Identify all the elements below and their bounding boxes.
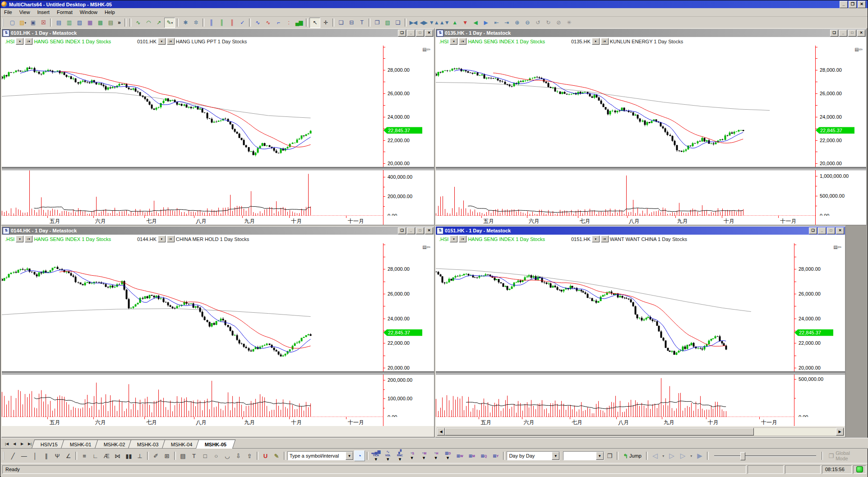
minimize-window-button[interactable]: _ [407, 227, 415, 234]
scrollbar-track[interactable] [754, 428, 836, 435]
volume-axis[interactable]: 400,000.00200,000.000.00 [383, 170, 434, 216]
symbol-dropdown-button[interactable]: ▼ [592, 38, 600, 45]
symbol-dropdown-button[interactable]: ▼ [450, 38, 457, 45]
tab-mshk-05[interactable]: MSHK-05 [195, 440, 235, 449]
chart-window-titlebar[interactable]: ⇅0101.HK - 1 Day - Metastock❏_□✕ [2, 29, 434, 37]
realtime-clock-icon[interactable]: ◔ [354, 450, 365, 461]
dropdown-arrow-icon[interactable]: ▾ [423, 455, 425, 460]
global-mode-button[interactable]: ❐Global Mode [825, 450, 867, 461]
menu-help[interactable]: Help [101, 9, 119, 16]
chart-window-titlebar[interactable]: ⇅0151.HK - 1 Day - Metastock❏_□✕ [436, 227, 845, 235]
close-window-button[interactable]: ✕ [836, 227, 844, 234]
data-window-icon[interactable]: ❑ [393, 18, 403, 28]
volume-axis[interactable]: 1,000,000.00500,000.000.00 [815, 170, 866, 216]
playback-date-combo[interactable]: ▼ [563, 451, 604, 460]
trendline-tool-icon[interactable]: ╱ [8, 450, 18, 461]
menu-window[interactable]: Window [76, 9, 101, 16]
close-window-button[interactable]: ✕ [857, 30, 865, 37]
close-button[interactable]: ✕ [858, 1, 866, 8]
interval-dropdown-button[interactable]: I▼ [459, 38, 466, 45]
minimize-window-button[interactable]: _ [407, 30, 415, 37]
dropdown-arrow-icon[interactable]: ▾ [447, 455, 449, 460]
price-axis[interactable]: ▤⇦28,000.0026,000.0024,000.0022,000.0020… [815, 46, 866, 167]
price-axis[interactable]: ▤⇦28,000.0026,000.0024,000.0022,000.0020… [383, 243, 434, 371]
scrollbar-thumb[interactable] [445, 428, 754, 435]
slider-thumb[interactable] [740, 452, 745, 460]
line-plot-icon[interactable]: ∿ [253, 18, 263, 28]
scroll-up-icon[interactable]: ▲ [450, 18, 460, 28]
crosshair-icon[interactable]: ✛ [321, 18, 331, 28]
price-axis[interactable]: ▤⇦28,000.0026,000.0024,000.0022,000.0020… [794, 243, 845, 371]
dropdown-arrow-icon[interactable]: ▾ [387, 457, 389, 462]
insert-signal-icon[interactable]: ▩ [95, 18, 105, 28]
symbol-dropdown-button[interactable]: ▼ [16, 38, 23, 45]
dropdown-arrow-icon[interactable]: ▾ [375, 457, 378, 462]
price-plot-area[interactable] [2, 46, 383, 167]
play-button[interactable]: ▷ [666, 450, 677, 461]
dropdown-arrow-icon[interactable]: ▾ [411, 455, 413, 460]
volume-plot-area[interactable] [2, 375, 383, 417]
save-icon[interactable]: ▣ [28, 18, 38, 28]
seek-start-button[interactable]: ◁ [650, 450, 660, 461]
minimize-button[interactable]: _ [840, 1, 848, 8]
fib-fan-tool-icon[interactable]: ∟ [90, 450, 101, 461]
apply-style-icon[interactable]: ✓ [237, 18, 247, 28]
popout-window-button[interactable]: ❏ [809, 227, 817, 234]
magnet-mode-icon[interactable]: U [260, 450, 271, 461]
chart-image-icon[interactable]: ▧ [383, 18, 392, 28]
study-properties-icon[interactable]: ✱ [180, 18, 190, 28]
annotation-tool-icon[interactable]: Æ [101, 450, 112, 461]
playback-mode-combo[interactable]: Day by Day▼ [507, 451, 560, 460]
zoom-out-icon[interactable]: ⊖ [522, 18, 532, 28]
format-study-list-icon[interactable]: ▤ [106, 18, 115, 28]
close-window-button[interactable]: ✕ [425, 227, 433, 234]
symbol-dropdown-button[interactable]: ▼ [158, 236, 166, 242]
scroll-right-button[interactable]: ▶ [836, 428, 844, 435]
window-properties-icon[interactable]: ✲ [191, 18, 201, 28]
insert-arrow-icon[interactable]: ↗ [154, 18, 164, 28]
insert-chart-window-icon[interactable]: ▤ [54, 18, 64, 28]
menu-insert[interactable]: Insert [33, 9, 53, 16]
symbol-dropdown-button[interactable]: ▼ [158, 38, 166, 45]
interval-dropdown-button[interactable]: I▼ [601, 38, 609, 45]
scroll-left-icon[interactable]: ◀ [471, 18, 480, 28]
fib-retracement-tool-icon[interactable]: ≡ [79, 450, 90, 461]
quarter-resolution-icon[interactable]: ▦Q [478, 450, 489, 461]
pointer-icon[interactable]: ↖ [309, 18, 320, 28]
minimize-window-button[interactable]: _ [839, 30, 847, 37]
minutes-resolution-icon[interactable]: ◔M▾ [418, 450, 430, 461]
compress-bars-icon[interactable]: ▶◀ [408, 18, 418, 28]
text-pane-icon[interactable]: ❏ [336, 18, 346, 28]
expand-scale-icon[interactable]: ▲▼ [439, 18, 449, 28]
combo-dropdown-icon[interactable]: ▼ [346, 452, 353, 460]
range-resolution-icon[interactable]: ▞RNC▾ [394, 450, 406, 461]
volume-plot-area[interactable] [436, 170, 815, 216]
volume-plot-area[interactable] [436, 375, 794, 417]
interval-dropdown-button[interactable]: I▼ [459, 236, 466, 242]
volume-resolution-icon[interactable]: ∿VOL▾ [382, 450, 394, 461]
arc-tool-icon[interactable]: ◡ [222, 450, 233, 461]
interval-dropdown-button[interactable]: I▼ [167, 38, 175, 45]
arrow-down-tool-icon[interactable]: ⇩ [233, 450, 244, 461]
popout-window-button[interactable]: ❏ [398, 30, 406, 37]
symbol-dropdown-button[interactable]: ▼ [450, 236, 457, 242]
undo-zoom-icon[interactable]: ↺ [533, 18, 543, 28]
step-dd[interactable]: ▾ [688, 450, 694, 461]
insert-trendline-icon[interactable]: ∿ [133, 18, 143, 28]
seconds-resolution-icon[interactable]: ◔S▾ [406, 450, 418, 461]
ellipse-tool-icon[interactable]: ○ [211, 450, 222, 461]
popout-window-button[interactable]: ❏ [830, 30, 838, 37]
hours-resolution-icon[interactable]: ◔H▾ [430, 450, 442, 461]
minimize-window-button[interactable]: _ [818, 227, 826, 234]
scroll-down-icon[interactable]: ▼ [460, 18, 470, 28]
drawing-lock-icon[interactable]: ✎ [271, 450, 282, 461]
dropdown-arrow-icon[interactable]: ▾ [399, 457, 402, 462]
maximize-window-button[interactable]: □ [416, 30, 424, 37]
open-icon[interactable]: ▨▾ [18, 18, 28, 28]
dot-plot-icon[interactable]: : [284, 18, 294, 28]
zoom-in-icon[interactable]: ⊕ [512, 18, 522, 28]
insert-arc-icon[interactable]: ◠ [143, 18, 153, 28]
data-window-toggle-icon[interactable]: ▤⇦ [422, 47, 430, 52]
symbol-dropdown-button[interactable]: ▼ [16, 236, 23, 242]
chart-window-titlebar[interactable]: ⇅0144.HK - 1 Day - Metastock❏_□✕ [2, 227, 434, 235]
